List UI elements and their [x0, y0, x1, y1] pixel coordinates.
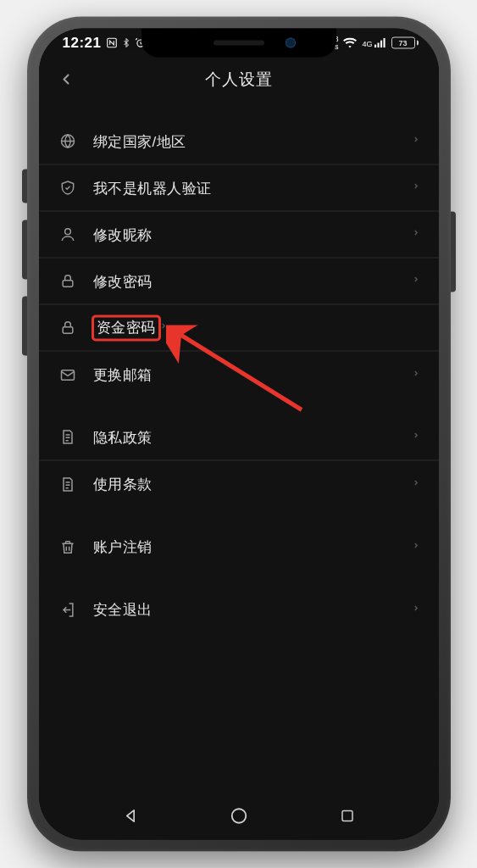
settings-row-fund-password[interactable]: 资金密码 — [39, 305, 439, 352]
svg-point-12 — [231, 809, 246, 823]
shield-icon — [58, 178, 78, 198]
battery-indicator: 73 — [391, 37, 419, 49]
chevron-right-icon — [412, 602, 420, 617]
document-icon — [58, 474, 78, 494]
settings-row-label: 我不是机器人验证 — [93, 178, 412, 198]
settings-group: 账户注销 — [39, 524, 439, 571]
globe-icon — [58, 131, 78, 152]
cell-signal: 4G — [362, 38, 385, 48]
chevron-left-icon — [58, 71, 75, 88]
speaker-grille — [214, 41, 264, 46]
signal-bars-icon — [374, 38, 386, 48]
android-back-button[interactable] — [114, 799, 147, 833]
circle-home-icon — [230, 807, 248, 826]
settings-row-delete-account[interactable]: 账户注销 — [39, 524, 439, 570]
svg-rect-13 — [342, 811, 352, 821]
svg-rect-8 — [63, 281, 73, 287]
phone-notch — [141, 29, 336, 58]
settings-row-terms[interactable]: 使用条款 — [39, 461, 439, 508]
phone-side-button — [22, 220, 27, 280]
status-time: 12:21 — [63, 35, 102, 52]
screen: 12:21 5.8 K/s — [39, 29, 439, 840]
user-icon — [58, 225, 78, 245]
settings-group: 安全退出 — [39, 587, 439, 634]
settings-row-password[interactable]: 修改密码 — [39, 259, 439, 305]
chevron-right-icon — [412, 430, 420, 445]
phone-side-button — [451, 212, 456, 292]
settings-row-logout[interactable]: 安全退出 — [39, 587, 439, 633]
square-recents-icon — [340, 809, 355, 824]
page-title: 个人设置 — [205, 69, 273, 91]
battery-percent: 73 — [398, 39, 407, 47]
settings-row-label: 使用条款 — [93, 475, 412, 494]
nfc-icon — [106, 37, 118, 49]
settings-row-nickname[interactable]: 修改昵称 — [39, 212, 439, 259]
trash-icon — [58, 537, 78, 557]
settings-row-captcha[interactable]: 我不是机器人验证 — [39, 165, 439, 212]
svg-rect-2 — [374, 45, 376, 48]
settings-row-label: 修改密码 — [93, 271, 412, 291]
chevron-right-icon — [412, 274, 420, 289]
settings-row-label: 资金密码 — [93, 316, 159, 339]
chevron-right-icon — [412, 367, 420, 382]
phone-bezel: 12:21 5.8 K/s — [39, 29, 439, 840]
status-bar-left: 12:21 — [63, 35, 147, 52]
bluetooth-icon — [121, 37, 131, 49]
lock-icon — [58, 318, 78, 338]
logout-icon — [58, 599, 78, 620]
triangle-back-icon — [122, 808, 139, 825]
signal-gen-label: 4G — [362, 41, 372, 48]
chevron-right-icon — [159, 320, 168, 336]
android-recents-button[interactable] — [330, 799, 364, 833]
lock-icon — [58, 271, 78, 292]
svg-point-7 — [64, 229, 70, 235]
back-button[interactable] — [53, 66, 80, 93]
svg-rect-3 — [377, 43, 379, 48]
chevron-right-icon — [412, 476, 420, 492]
chevron-right-icon — [412, 227, 420, 242]
settings-row-privacy[interactable]: 隐私政策 — [39, 415, 439, 461]
phone-side-button — [22, 297, 27, 356]
settings-list: 绑定国家/地区 我不是机器人验证 修改昵称 — [39, 102, 439, 634]
svg-rect-5 — [383, 38, 385, 47]
settings-row-country[interactable]: 绑定国家/地区 — [39, 119, 439, 165]
phone-side-button — [22, 170, 27, 203]
status-bar-right: 5.8 K/s 4G 73 — [327, 36, 418, 51]
settings-row-email[interactable]: 更换邮箱 — [39, 352, 439, 398]
app-header: 个人设置 — [39, 58, 439, 102]
front-camera — [286, 38, 296, 48]
chevron-right-icon — [412, 181, 420, 196]
document-icon — [58, 427, 78, 448]
svg-rect-4 — [380, 41, 382, 47]
phone-frame: 12:21 5.8 K/s — [27, 17, 451, 852]
android-nav-bar — [39, 793, 439, 840]
settings-row-label: 安全退出 — [93, 600, 412, 620]
wifi-icon — [343, 38, 357, 48]
chevron-right-icon — [412, 134, 420, 149]
chevron-right-icon — [412, 539, 420, 554]
settings-row-label: 更换邮箱 — [93, 365, 412, 385]
settings-row-label: 隐私政策 — [93, 427, 412, 447]
settings-group: 隐私政策 使用条款 — [39, 415, 439, 509]
android-home-button[interactable] — [222, 799, 256, 833]
settings-row-label: 账户注销 — [93, 537, 412, 557]
settings-row-label: 修改昵称 — [93, 225, 412, 244]
mail-icon — [58, 364, 78, 385]
settings-group: 绑定国家/地区 我不是机器人验证 修改昵称 — [39, 119, 439, 399]
settings-row-label: 绑定国家/地区 — [93, 131, 412, 151]
svg-rect-9 — [63, 327, 73, 334]
